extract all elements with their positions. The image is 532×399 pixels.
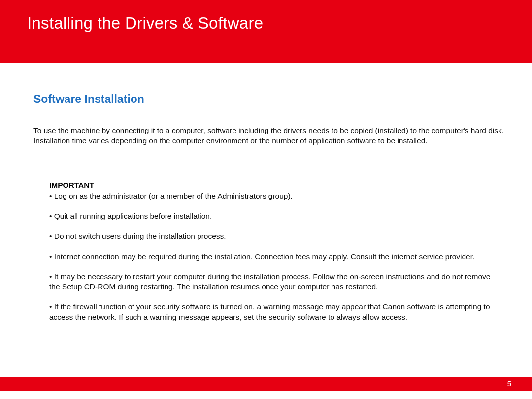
content-area: Software Installation To use the machine… bbox=[0, 63, 532, 323]
intro-paragraph: To use the machine by connecting it to a… bbox=[33, 126, 505, 146]
important-bullets: • Log on as the administrator (or a memb… bbox=[49, 191, 495, 323]
bullet-item: • It may be necessary to restart your co… bbox=[49, 272, 495, 293]
section-heading: Software Installation bbox=[33, 93, 505, 106]
page-title: Installing the Drivers & Software bbox=[27, 14, 512, 33]
bullet-item: • If the firewall function of your secur… bbox=[49, 302, 495, 323]
page-number: 5 bbox=[507, 379, 511, 388]
important-section: IMPORTANT • Log on as the administrator … bbox=[33, 181, 505, 323]
header-banner: Installing the Drivers & Software bbox=[0, 0, 532, 63]
bullet-item: • Internet connection may be required du… bbox=[49, 252, 495, 262]
bullet-item: • Log on as the administrator (or a memb… bbox=[49, 191, 495, 201]
footer-bar: 5 bbox=[0, 377, 532, 391]
important-label: IMPORTANT bbox=[49, 181, 495, 190]
bullet-item: • Do not switch users during the install… bbox=[49, 232, 495, 242]
bullet-item: • Quit all running applications before i… bbox=[49, 211, 495, 222]
